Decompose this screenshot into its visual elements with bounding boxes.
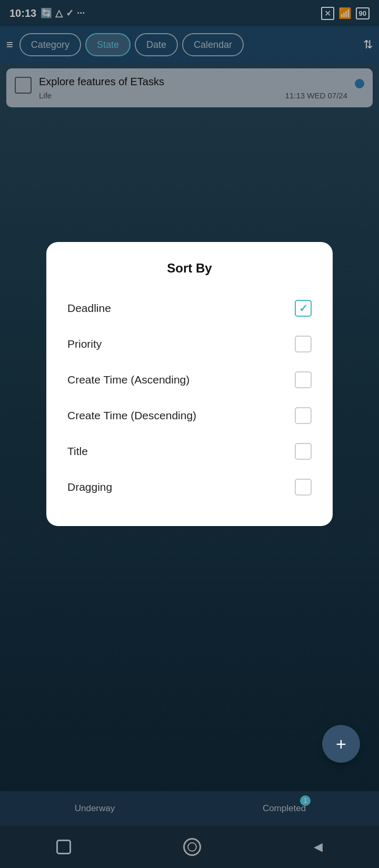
sort-item-dragging[interactable]: Dragging	[67, 469, 312, 505]
sort-dialog: Sort By Deadline Priority Create Time (A…	[46, 242, 333, 526]
sort-item-create-asc[interactable]: Create Time (Ascending)	[67, 362, 312, 398]
sort-checkbox-title[interactable]	[295, 443, 312, 460]
sort-checkbox-priority[interactable]	[295, 336, 312, 352]
sort-label-deadline: Deadline	[67, 302, 111, 315]
add-icon: +	[336, 734, 346, 754]
sort-label-create-asc: Create Time (Ascending)	[67, 374, 190, 386]
sort-item-title[interactable]: Title	[67, 433, 312, 469]
sort-checkbox-create-asc[interactable]	[295, 371, 312, 388]
sort-checkbox-dragging[interactable]	[295, 479, 312, 496]
sort-label-title: Title	[67, 445, 88, 458]
sort-item-priority[interactable]: Priority	[67, 326, 312, 362]
add-task-button[interactable]: +	[322, 725, 360, 763]
sort-label-priority: Priority	[67, 338, 102, 350]
sort-checkbox-deadline[interactable]	[295, 300, 312, 317]
sort-checkbox-create-desc[interactable]	[295, 407, 312, 424]
sort-label-create-desc: Create Time (Descending)	[67, 409, 196, 422]
sort-dialog-title: Sort By	[67, 261, 312, 276]
sort-item-deadline[interactable]: Deadline	[67, 290, 312, 326]
sort-item-create-desc[interactable]: Create Time (Descending)	[67, 398, 312, 433]
sort-label-dragging: Dragging	[67, 481, 112, 493]
